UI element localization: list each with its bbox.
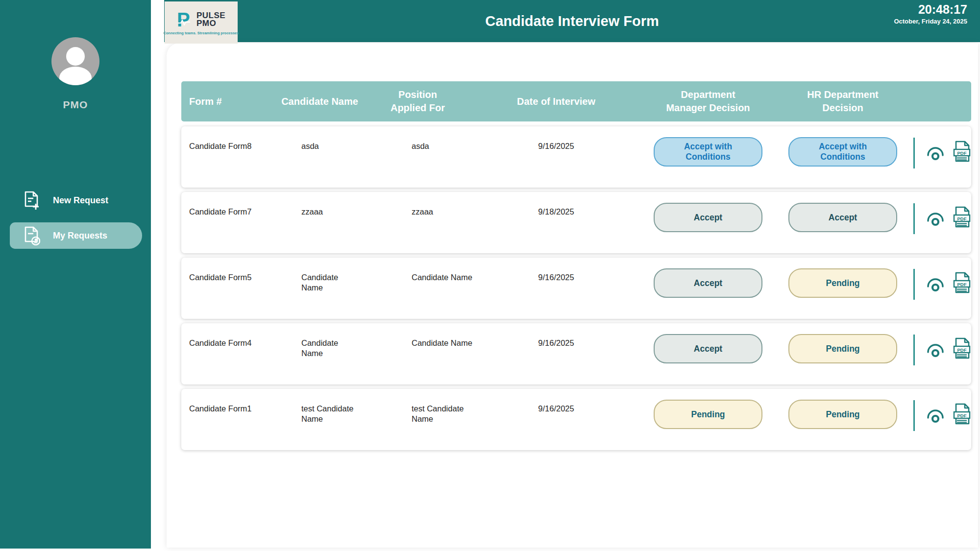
sidebar: PMO New Request	[0, 0, 151, 549]
row-interview-date: 9/16/2025	[475, 258, 637, 283]
svg-text:PDF: PDF	[957, 150, 967, 156]
view-icon[interactable]	[925, 274, 946, 296]
row-interview-date: 9/18/2025	[475, 192, 637, 217]
row-form-number: Candidate Form8	[181, 126, 279, 151]
pdf-icon[interactable]: PDF	[952, 337, 972, 362]
content-panel: Form # Candidate Name Position Applied F…	[167, 43, 978, 548]
logo-word-pmo: PMO	[196, 20, 225, 27]
table-row: Candidate Form1 test Candidate Name test…	[181, 389, 971, 450]
hr-decision-badge[interactable]: Pending	[788, 400, 897, 429]
actions-divider	[913, 400, 915, 431]
actions-divider	[913, 269, 915, 300]
col-header-form: Form #	[181, 95, 279, 108]
row-position: zzaaa	[360, 192, 475, 217]
table-header-row: Form # Candidate Name Position Applied F…	[181, 81, 971, 121]
actions-divider	[913, 203, 915, 234]
profile-name: PMO	[63, 99, 88, 111]
app-window: PMO New Request	[0, 0, 980, 551]
col-header-dept: Department Manager Decision	[637, 88, 779, 115]
clock-time: 20:48:17	[894, 2, 967, 17]
col-header-hr: HR Department Decision	[779, 88, 906, 115]
row-candidate-name: asda	[279, 126, 360, 151]
pulse-pmo-logo-icon: P	[177, 10, 194, 29]
row-position: test Candidate Name	[360, 389, 475, 424]
sidebar-item-label: New Request	[53, 195, 108, 206]
svg-text:PDF: PDF	[957, 282, 967, 287]
hr-decision-badge[interactable]: Pending	[788, 334, 897, 363]
table-row: Candidate Form5 Candidate Name Candidate…	[181, 258, 971, 319]
actions-divider	[913, 138, 915, 168]
document-plus-icon	[24, 191, 40, 210]
clock-date: October, Friday 24, 2025	[894, 18, 967, 25]
sidebar-menu: New Request My Requests	[0, 187, 151, 258]
row-candidate-name: zzaaa	[279, 192, 360, 217]
col-header-position: Position Applied For	[360, 88, 475, 115]
col-header-candidate: Candidate Name	[279, 95, 360, 108]
row-position: asda	[360, 126, 475, 151]
document-user-icon	[24, 226, 40, 245]
view-icon[interactable]	[925, 143, 946, 165]
clock: 20:48:17 October, Friday 24, 2025	[894, 2, 967, 25]
row-position: Candidate Name	[360, 258, 475, 283]
hr-decision-badge[interactable]: Accept with Conditions	[788, 137, 897, 167]
dept-manager-decision-badge[interactable]: Accept with Conditions	[654, 137, 762, 167]
hr-decision-badge[interactable]: Pending	[788, 268, 897, 298]
sidebar-item-new-request[interactable]: New Request	[0, 187, 151, 214]
col-header-date: Date of Interview	[475, 95, 637, 108]
table-row: Candidate Form7 zzaaa zzaaa 9/18/2025 Ac…	[181, 192, 971, 253]
view-icon[interactable]	[925, 339, 946, 361]
svg-text:PDF: PDF	[957, 347, 967, 353]
app-logo: P PULSE PMO Connecting teams. Streamlini…	[165, 1, 238, 44]
dept-manager-decision-badge[interactable]: Pending	[654, 400, 762, 429]
avatar[interactable]	[51, 37, 99, 85]
row-candidate-name: Candidate Name	[279, 258, 360, 293]
pdf-icon[interactable]: PDF	[952, 206, 972, 231]
sidebar-item-label: My Requests	[53, 231, 107, 241]
pdf-icon[interactable]: PDF	[952, 140, 972, 165]
dept-manager-decision-badge[interactable]: Accept	[654, 203, 762, 232]
row-form-number: Candidate Form7	[181, 192, 279, 217]
table-row: Candidate Form4 Candidate Name Candidate…	[181, 323, 971, 384]
view-icon[interactable]	[925, 405, 946, 427]
row-interview-date: 9/16/2025	[475, 323, 637, 348]
header-bar: Candidate Interview Form 20:48:17 Octobe…	[164, 0, 980, 42]
svg-text:PDF: PDF	[957, 413, 967, 418]
sidebar-item-my-requests[interactable]: My Requests	[10, 222, 142, 249]
row-candidate-name: test Candidate Name	[279, 389, 360, 424]
dept-manager-decision-badge[interactable]: Accept	[654, 334, 762, 363]
row-interview-date: 9/16/2025	[475, 126, 637, 151]
pdf-icon[interactable]: PDF	[952, 271, 972, 296]
logo-tagline: Connecting teams. Streamlining processes	[164, 31, 239, 35]
row-position: Candidate Name	[360, 323, 475, 348]
dept-manager-decision-badge[interactable]: Accept	[654, 268, 762, 298]
view-icon[interactable]	[925, 208, 946, 230]
svg-text:PDF: PDF	[957, 216, 967, 221]
table-row: Candidate Form8 asda asda 9/16/2025 Acce…	[181, 126, 971, 188]
row-form-number: Candidate Form5	[181, 258, 279, 283]
page-title: Candidate Interview Form	[164, 0, 980, 42]
table-body: Candidate Form8 asda asda 9/16/2025 Acce…	[181, 126, 971, 450]
row-form-number: Candidate Form1	[181, 389, 279, 414]
hr-decision-badge[interactable]: Accept	[788, 203, 897, 232]
avatar-person-icon	[66, 47, 85, 66]
requests-table: Form # Candidate Name Position Applied F…	[181, 81, 971, 455]
row-candidate-name: Candidate Name	[279, 323, 360, 359]
row-interview-date: 9/16/2025	[475, 389, 637, 414]
row-form-number: Candidate Form4	[181, 323, 279, 348]
actions-divider	[913, 335, 915, 365]
pdf-icon[interactable]: PDF	[952, 403, 972, 428]
